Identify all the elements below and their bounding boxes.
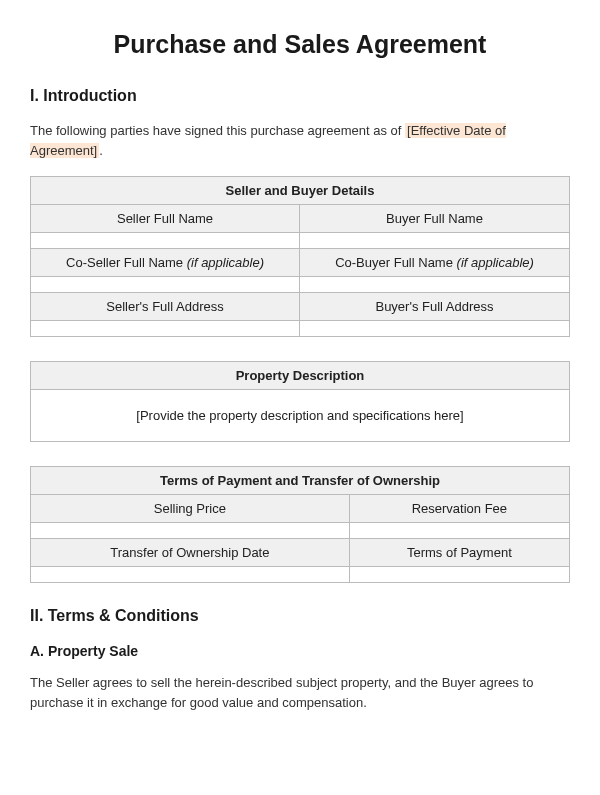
property-description-table: Property Description [Provide the proper… bbox=[30, 361, 570, 442]
table1-row1-right: Co-Buyer Full Name (if applicable) bbox=[300, 249, 570, 277]
buyer-name-value bbox=[300, 233, 570, 249]
intro-paragraph: The following parties have signed this p… bbox=[30, 121, 570, 160]
buyer-address-value bbox=[300, 321, 570, 337]
intro-text-pre: The following parties have signed this p… bbox=[30, 123, 405, 138]
payment-terms-value bbox=[349, 567, 569, 583]
document-title: Purchase and Sales Agreement bbox=[30, 30, 570, 59]
table3-row0-left: Selling Price bbox=[31, 495, 350, 523]
payment-terms-table: Terms of Payment and Transfer of Ownersh… bbox=[30, 466, 570, 583]
seller-name-value bbox=[31, 233, 300, 249]
co-seller-name-value bbox=[31, 277, 300, 293]
table1-row0-left: Seller Full Name bbox=[31, 205, 300, 233]
seller-buyer-table: Seller and Buyer Details Seller Full Nam… bbox=[30, 176, 570, 337]
property-description-placeholder: [Provide the property description and sp… bbox=[31, 390, 570, 442]
transfer-date-value bbox=[31, 567, 350, 583]
table3-row1-left: Transfer of Ownership Date bbox=[31, 539, 350, 567]
table1-title: Seller and Buyer Details bbox=[31, 177, 570, 205]
subsection-property-sale-heading: A. Property Sale bbox=[30, 643, 570, 659]
intro-text-post: . bbox=[99, 143, 103, 158]
co-buyer-name-value bbox=[300, 277, 570, 293]
reservation-fee-value bbox=[349, 523, 569, 539]
table3-row1-right: Terms of Payment bbox=[349, 539, 569, 567]
table1-row0-right: Buyer Full Name bbox=[300, 205, 570, 233]
table2-title: Property Description bbox=[31, 362, 570, 390]
section-intro-heading: I. Introduction bbox=[30, 87, 570, 105]
property-sale-paragraph: The Seller agrees to sell the herein-des… bbox=[30, 673, 570, 712]
table1-row1-left: Co-Seller Full Name (if applicable) bbox=[31, 249, 300, 277]
section-terms-heading: II. Terms & Conditions bbox=[30, 607, 570, 625]
table3-title: Terms of Payment and Transfer of Ownersh… bbox=[31, 467, 570, 495]
table3-row0-right: Reservation Fee bbox=[349, 495, 569, 523]
seller-address-value bbox=[31, 321, 300, 337]
table1-row2-left: Seller's Full Address bbox=[31, 293, 300, 321]
table1-row2-right: Buyer's Full Address bbox=[300, 293, 570, 321]
selling-price-value bbox=[31, 523, 350, 539]
